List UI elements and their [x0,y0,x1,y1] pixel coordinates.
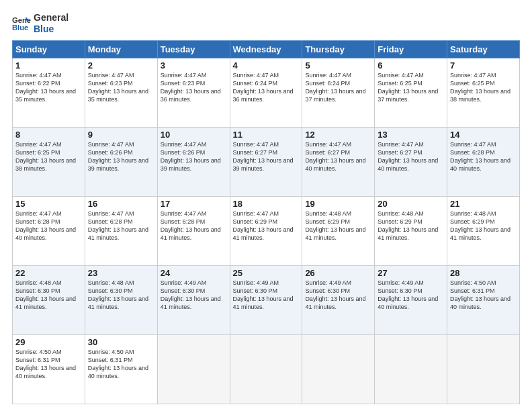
day-number: 18 [233,199,300,209]
day-info: Sunrise: 4:50 AMSunset: 6:31 PMDaylight:… [450,279,517,312]
day-number: 8 [15,130,82,140]
calendar-cell: 30Sunrise: 4:50 AMSunset: 6:31 PMDayligh… [85,334,157,404]
calendar-cell: 21Sunrise: 4:48 AMSunset: 6:29 PMDayligh… [447,196,520,265]
calendar-cell: 2Sunrise: 4:47 AMSunset: 6:23 PMDaylight… [85,58,157,127]
weekday-header: Monday [85,40,157,58]
logo: General Blue General Blue [12,12,69,35]
day-info: Sunrise: 4:48 AMSunset: 6:30 PMDaylight:… [15,279,82,312]
calendar-week-row: 8Sunrise: 4:47 AMSunset: 6:25 PMDaylight… [13,127,520,196]
calendar-cell: 19Sunrise: 4:48 AMSunset: 6:29 PMDayligh… [302,196,375,265]
day-number: 16 [88,199,154,209]
calendar-cell [447,334,520,404]
day-number: 30 [88,337,154,347]
weekday-header-row: SundayMondayTuesdayWednesdayThursdayFrid… [13,40,520,58]
day-info: Sunrise: 4:47 AMSunset: 6:27 PMDaylight:… [378,140,444,173]
day-info: Sunrise: 4:47 AMSunset: 6:28 PMDaylight:… [450,140,517,173]
logo-icon: General Blue [12,14,31,33]
day-info: Sunrise: 4:47 AMSunset: 6:25 PMDaylight:… [15,140,82,173]
day-info: Sunrise: 4:47 AMSunset: 6:25 PMDaylight:… [450,71,517,104]
day-info: Sunrise: 4:49 AMSunset: 6:30 PMDaylight:… [161,279,227,312]
day-info: Sunrise: 4:47 AMSunset: 6:23 PMDaylight:… [161,71,227,104]
day-number: 6 [378,60,444,71]
day-info: Sunrise: 4:47 AMSunset: 6:28 PMDaylight:… [15,210,82,242]
calendar-week-row: 22Sunrise: 4:48 AMSunset: 6:30 PMDayligh… [13,265,520,334]
calendar-cell: 10Sunrise: 4:47 AMSunset: 6:26 PMDayligh… [157,127,230,196]
calendar-cell: 17Sunrise: 4:47 AMSunset: 6:28 PMDayligh… [157,196,230,265]
day-number: 17 [161,199,227,209]
day-number: 27 [378,268,444,278]
calendar-cell: 15Sunrise: 4:47 AMSunset: 6:28 PMDayligh… [13,196,85,265]
calendar-cell: 1Sunrise: 4:47 AMSunset: 6:22 PMDaylight… [13,58,85,127]
day-number: 13 [378,130,444,140]
page: General Blue General Blue SundayMondayTu… [0,0,532,411]
calendar-week-row: 29Sunrise: 4:50 AMSunset: 6:31 PMDayligh… [13,334,520,404]
svg-text:Blue: Blue [12,24,28,32]
weekday-header: Wednesday [230,40,302,58]
calendar-cell: 4Sunrise: 4:47 AMSunset: 6:24 PMDaylight… [230,58,302,127]
day-info: Sunrise: 4:47 AMSunset: 6:29 PMDaylight:… [233,210,300,242]
weekday-header: Friday [375,40,447,58]
calendar-cell: 25Sunrise: 4:49 AMSunset: 6:30 PMDayligh… [230,265,302,334]
day-info: Sunrise: 4:48 AMSunset: 6:29 PMDaylight:… [378,210,444,242]
day-info: Sunrise: 4:47 AMSunset: 6:28 PMDaylight:… [88,210,154,242]
calendar-cell: 8Sunrise: 4:47 AMSunset: 6:25 PMDaylight… [13,127,85,196]
calendar-cell: 27Sunrise: 4:49 AMSunset: 6:30 PMDayligh… [375,265,447,334]
weekday-header: Thursday [302,40,375,58]
day-info: Sunrise: 4:48 AMSunset: 6:30 PMDaylight:… [88,279,154,312]
calendar-cell: 6Sunrise: 4:47 AMSunset: 6:25 PMDaylight… [375,58,447,127]
day-info: Sunrise: 4:49 AMSunset: 6:30 PMDaylight:… [305,279,371,312]
weekday-header: Tuesday [157,40,230,58]
day-number: 21 [450,199,517,209]
calendar-cell [230,334,302,404]
day-info: Sunrise: 4:50 AMSunset: 6:31 PMDaylight:… [88,348,154,381]
calendar-cell: 7Sunrise: 4:47 AMSunset: 6:25 PMDaylight… [447,58,520,127]
calendar-cell: 3Sunrise: 4:47 AMSunset: 6:23 PMDaylight… [157,58,230,127]
day-number: 7 [450,60,517,71]
calendar-cell: 26Sunrise: 4:49 AMSunset: 6:30 PMDayligh… [302,265,375,334]
calendar-cell: 29Sunrise: 4:50 AMSunset: 6:31 PMDayligh… [13,334,85,404]
logo-general: General [34,12,69,24]
day-number: 4 [233,60,300,71]
day-number: 25 [233,268,300,278]
day-number: 22 [15,268,82,278]
calendar-cell: 28Sunrise: 4:50 AMSunset: 6:31 PMDayligh… [447,265,520,334]
calendar-cell [302,334,375,404]
day-info: Sunrise: 4:47 AMSunset: 6:27 PMDaylight:… [305,140,371,173]
calendar-week-row: 15Sunrise: 4:47 AMSunset: 6:28 PMDayligh… [13,196,520,265]
calendar-cell: 9Sunrise: 4:47 AMSunset: 6:26 PMDaylight… [85,127,157,196]
day-number: 15 [15,199,82,209]
day-number: 26 [305,268,371,278]
logo-blue: Blue [34,24,69,35]
day-number: 12 [305,130,371,140]
day-info: Sunrise: 4:47 AMSunset: 6:25 PMDaylight:… [378,71,444,104]
calendar-cell: 13Sunrise: 4:47 AMSunset: 6:27 PMDayligh… [375,127,447,196]
day-number: 24 [161,268,227,278]
day-number: 2 [88,60,154,71]
calendar-cell: 20Sunrise: 4:48 AMSunset: 6:29 PMDayligh… [375,196,447,265]
day-info: Sunrise: 4:49 AMSunset: 6:30 PMDaylight:… [233,279,300,312]
calendar-cell: 5Sunrise: 4:47 AMSunset: 6:24 PMDaylight… [302,58,375,127]
day-info: Sunrise: 4:47 AMSunset: 6:27 PMDaylight:… [233,140,300,173]
calendar-cell: 14Sunrise: 4:47 AMSunset: 6:28 PMDayligh… [447,127,520,196]
day-number: 11 [233,130,300,140]
day-number: 3 [161,60,227,71]
day-number: 5 [305,60,371,71]
day-info: Sunrise: 4:47 AMSunset: 6:26 PMDaylight:… [161,140,227,173]
day-number: 1 [15,60,82,71]
weekday-header: Saturday [447,40,520,58]
calendar-cell [157,334,230,404]
calendar-cell: 11Sunrise: 4:47 AMSunset: 6:27 PMDayligh… [230,127,302,196]
day-info: Sunrise: 4:48 AMSunset: 6:29 PMDaylight:… [450,210,517,242]
calendar-cell [375,334,447,404]
day-number: 9 [88,130,154,140]
day-number: 29 [15,337,82,347]
day-info: Sunrise: 4:47 AMSunset: 6:24 PMDaylight:… [233,71,300,104]
day-info: Sunrise: 4:47 AMSunset: 6:28 PMDaylight:… [161,210,227,242]
day-number: 19 [305,199,371,209]
calendar-cell: 22Sunrise: 4:48 AMSunset: 6:30 PMDayligh… [13,265,85,334]
day-info: Sunrise: 4:47 AMSunset: 6:23 PMDaylight:… [88,71,154,104]
day-number: 20 [378,199,444,209]
calendar-cell: 23Sunrise: 4:48 AMSunset: 6:30 PMDayligh… [85,265,157,334]
calendar-cell: 24Sunrise: 4:49 AMSunset: 6:30 PMDayligh… [157,265,230,334]
calendar-cell: 12Sunrise: 4:47 AMSunset: 6:27 PMDayligh… [302,127,375,196]
